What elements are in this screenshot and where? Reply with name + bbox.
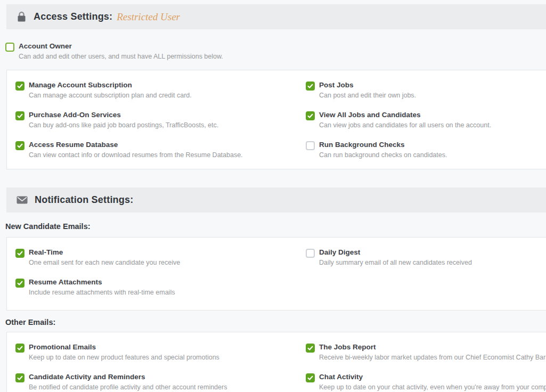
option-row-candidate-activity-reminders: Candidate Activity and Reminders Be noti… <box>15 373 306 391</box>
option-row-resume-attachments: Resume Attachments Include resume attach… <box>15 278 306 297</box>
option-description: Include resume attachments with real-tim… <box>29 289 175 297</box>
new-candidate-emails-heading: New Candidate Emails: <box>5 222 546 231</box>
option-row-access-resume-database: Access Resume Database Can view contact … <box>15 141 306 159</box>
jobs-report-checkbox[interactable] <box>306 344 315 353</box>
option-row-view-all-jobs-and-candidates: View All Jobs and Candidates Can view jo… <box>306 111 546 129</box>
option-description: Can add and edit other users, and must h… <box>19 53 223 61</box>
manage-account-subscription-checkbox[interactable] <box>15 81 25 91</box>
option-row-promotional-emails: Promotional Emails Keep up to date on ne… <box>15 343 306 362</box>
post-jobs-checkbox[interactable] <box>306 81 315 91</box>
checkmark-icon <box>17 374 23 381</box>
restricted-user-subtitle: Restricted User <box>117 11 180 23</box>
view-all-jobs-checkbox[interactable] <box>306 111 315 120</box>
checkmark-icon <box>17 142 23 149</box>
option-label[interactable]: Real-Time <box>29 248 180 257</box>
other-emails-panel: Promotional Emails Keep up to date on ne… <box>6 332 546 392</box>
checkmark-icon <box>307 112 314 119</box>
promotional-emails-checkbox[interactable] <box>15 344 25 353</box>
option-label[interactable]: Run Background Checks <box>319 141 447 149</box>
option-row-daily-digest: Daily Digest Daily summary email of all … <box>306 248 546 267</box>
option-label[interactable]: Promotional Emails <box>29 343 219 352</box>
option-label[interactable]: View All Jobs and Candidates <box>319 111 491 119</box>
other-emails-heading: Other Emails: <box>5 318 546 326</box>
purchase-addon-services-checkbox[interactable] <box>15 111 25 120</box>
checkmark-icon <box>17 280 23 287</box>
option-label[interactable]: Post Jobs <box>319 81 416 89</box>
chat-activity-checkbox[interactable] <box>306 373 315 382</box>
checkmark-icon <box>307 83 314 89</box>
checkmark-icon <box>307 374 314 381</box>
option-label[interactable]: Access Resume Database <box>29 141 243 149</box>
option-label[interactable]: Manage Account Subscription <box>29 81 192 89</box>
resume-attachments-checkbox[interactable] <box>15 279 25 288</box>
checkmark-icon <box>17 83 23 89</box>
new-candidate-emails-panel: Real-Time One email sent for each new ca… <box>6 237 546 311</box>
option-description: Can manage account subscription plan and… <box>29 92 192 100</box>
option-row-manage-account-subscription: Manage Account Subscription Can manage a… <box>15 81 306 100</box>
option-description: Receive bi-weekly labor market updates f… <box>319 354 546 362</box>
real-time-checkbox[interactable] <box>15 249 25 258</box>
option-description: Can run background checks on candidates. <box>319 151 447 159</box>
option-label[interactable]: Daily Digest <box>319 248 472 257</box>
option-row-chat-activity: Chat Activity Keep up to date on your ch… <box>306 373 546 391</box>
candidate-activity-checkbox[interactable] <box>15 373 25 382</box>
option-description: One email sent for each new candidate yo… <box>29 259 180 267</box>
option-description: Keep up to date on new product features … <box>29 354 219 362</box>
option-row-post-jobs: Post Jobs Can post and edit their own jo… <box>306 81 546 100</box>
checkmark-icon <box>307 345 314 352</box>
run-background-checks-checkbox[interactable] <box>306 141 315 150</box>
checkmark-icon <box>17 345 23 352</box>
access-permissions-panel: Manage Account Subscription Can manage a… <box>6 70 546 169</box>
option-description: Daily summary email of all new candidate… <box>319 259 472 267</box>
lock-icon <box>17 11 27 22</box>
access-settings-header: Access Settings: Restricted User <box>6 4 546 29</box>
option-label[interactable]: Resume Attachments <box>29 278 175 287</box>
option-row-account-owner: Account Owner Can add and edit other use… <box>5 42 546 61</box>
settings-page: Access Settings: Restricted User Account… <box>0 0 546 392</box>
account-owner-checkbox[interactable] <box>5 43 14 52</box>
envelope-icon <box>17 196 28 204</box>
option-row-run-background-checks: Run Background Checks Can run background… <box>306 141 546 159</box>
option-label[interactable]: The Jobs Report <box>319 343 546 352</box>
option-row-real-time: Real-Time One email sent for each new ca… <box>15 248 306 267</box>
option-label[interactable]: Chat Activity <box>319 373 546 381</box>
option-label[interactable]: Purchase Add-On Services <box>29 111 218 119</box>
option-description: Can buy add-ons like paid job board post… <box>29 121 218 129</box>
notification-settings-header: Notification Settings: <box>6 187 546 213</box>
access-resume-database-checkbox[interactable] <box>15 141 25 150</box>
option-description: Keep up to date on your chat activity, e… <box>319 383 546 391</box>
option-description: Can post and edit their own jobs. <box>319 92 416 100</box>
notification-settings-title: Notification Settings: <box>35 194 133 206</box>
option-description: Be notified of candidate profile activit… <box>29 383 227 391</box>
checkmark-icon <box>17 250 23 257</box>
access-settings-title: Access Settings: <box>34 11 112 22</box>
option-description: Can view contact info or download resume… <box>29 151 243 159</box>
checkmark-icon <box>17 112 23 119</box>
daily-digest-checkbox[interactable] <box>306 249 315 258</box>
option-row-the-jobs-report: The Jobs Report Receive bi-weekly labor … <box>306 343 546 362</box>
option-label[interactable]: Account Owner <box>19 42 223 51</box>
option-description: Can view jobs and candidates for all use… <box>319 121 491 129</box>
option-label[interactable]: Candidate Activity and Reminders <box>29 373 227 381</box>
option-row-purchase-addon-services: Purchase Add-On Services Can buy add-ons… <box>15 111 306 129</box>
